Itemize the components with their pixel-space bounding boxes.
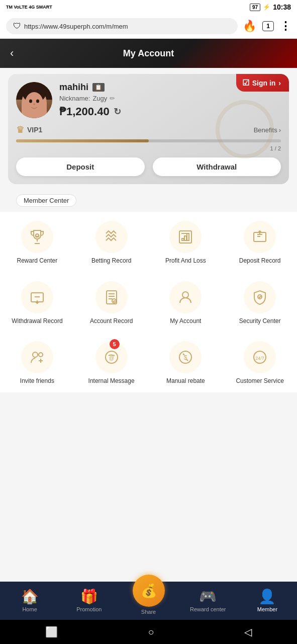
- battery-label: 97: [250, 4, 260, 11]
- nav-home-label: Home: [22, 606, 37, 612]
- menu-item-profit-loss[interactable]: Profit And Loss: [149, 212, 223, 272]
- invite-friends-icon: [21, 341, 53, 373]
- sign-in-button[interactable]: ☑ Sign in ›: [236, 74, 289, 92]
- menu-item-my-account[interactable]: My Account: [149, 272, 223, 333]
- benefits-link[interactable]: Benefits ›: [254, 126, 281, 134]
- nickname-label: Nickname:: [59, 95, 90, 102]
- member-nav-icon: 👤: [258, 588, 276, 605]
- profile-card: ☑ Sign in ›: [8, 74, 289, 184]
- progress-label: 1 / 2: [16, 145, 281, 151]
- svg-point-4: [33, 104, 35, 105]
- section-label-container: Member Center: [8, 190, 289, 209]
- svg-rect-10: [107, 291, 117, 304]
- withdrawal-button[interactable]: Withdrawal: [153, 157, 281, 176]
- internal-message-label: Internal Message: [88, 377, 135, 385]
- menu-item-security-center[interactable]: Security Center: [223, 272, 297, 333]
- username: mahihi: [59, 82, 88, 93]
- shield-icon: 🛡: [13, 22, 21, 31]
- tab-count-badge[interactable]: 1: [262, 21, 274, 31]
- sign-in-label: Sign in: [252, 79, 276, 87]
- withdrawal-record-icon: [21, 281, 53, 313]
- share-circle: 💰: [133, 575, 165, 607]
- customer-service-label: Customer Service: [236, 377, 283, 385]
- sign-in-icon: ☑: [242, 78, 249, 88]
- menu-item-withdrawal-record[interactable]: Withdrawal Record: [0, 272, 74, 333]
- nav-member-label: Member: [257, 606, 277, 612]
- svg-text:24/7: 24/7: [255, 356, 264, 361]
- url-bar[interactable]: 🛡 https://www.49superph.com/m/mem: [6, 18, 238, 34]
- my-account-label: My Account: [170, 317, 201, 326]
- security-center-icon: [244, 281, 276, 313]
- security-center-label: Security Center: [239, 317, 281, 326]
- menu-grid: Reward Center Betting Record Profit And …: [0, 212, 297, 392]
- promotion-icon: 🎁: [80, 588, 98, 605]
- deposit-button[interactable]: Deposit: [16, 157, 145, 176]
- account-record-icon: [95, 281, 128, 313]
- svg-point-1: [25, 92, 43, 114]
- account-record-label: Account Record: [90, 317, 133, 326]
- reward-center-icon: [21, 221, 53, 253]
- charging-icon: ⚡: [263, 4, 270, 11]
- android-nav: ⬜ ○ ◁: [0, 620, 297, 644]
- vip-level: VIP1: [27, 126, 42, 134]
- back-button[interactable]: ‹: [10, 47, 14, 60]
- svg-rect-6: [179, 231, 191, 243]
- more-icon[interactable]: ⋮: [280, 20, 291, 33]
- reward-nav-icon: 🎮: [199, 588, 217, 605]
- reward-center-label: Reward Center: [17, 257, 58, 265]
- menu-item-betting-record[interactable]: Betting Record: [74, 212, 149, 272]
- profit-loss-icon: [169, 221, 202, 253]
- time-label: 10:38: [273, 3, 291, 11]
- betting-record-icon: [95, 221, 128, 253]
- deposit-record-icon: [244, 221, 276, 253]
- menu-item-deposit-record[interactable]: Deposit Record: [223, 212, 297, 272]
- progress-bar: [16, 139, 281, 142]
- share-icon: 💰: [141, 583, 157, 599]
- nav-promotion[interactable]: 🎁 Promotion: [59, 588, 119, 612]
- menu-item-customer-service[interactable]: 24/7 Customer Service: [223, 332, 297, 392]
- menu-item-invite-friends[interactable]: Invite friends: [0, 332, 74, 392]
- benefits-label: Benefits: [254, 126, 277, 134]
- nav-member[interactable]: 👤 Member: [238, 588, 297, 612]
- page-title: My Account: [123, 48, 174, 59]
- svg-point-15: [39, 353, 43, 357]
- withdrawal-record-label: Withdrawal Record: [12, 317, 62, 326]
- browser-actions: 🔥 1 ⋮: [243, 20, 291, 33]
- nav-home[interactable]: 🏠 Home: [0, 588, 59, 612]
- nav-reward-label: Reward center: [190, 606, 226, 612]
- vip-section: ♛ VIP1 Benefits ›: [16, 124, 281, 135]
- copy-icon[interactable]: 📋: [92, 83, 105, 92]
- deposit-record-label: Deposit Record: [239, 257, 281, 265]
- profit-loss-label: Profit And Loss: [165, 257, 206, 265]
- browser-bar: 🛡 https://www.49superph.com/m/mem 🔥 1 ⋮: [0, 14, 297, 39]
- betting-record-label: Betting Record: [91, 257, 131, 265]
- nav-promotion-label: Promotion: [76, 606, 102, 612]
- invite-friends-label: Invite friends: [20, 377, 54, 385]
- nav-reward[interactable]: 🎮 Reward center: [178, 588, 238, 612]
- android-back-btn[interactable]: ◁: [244, 626, 252, 638]
- svg-text:@: @: [109, 355, 114, 361]
- url-text: https://www.49superph.com/m/mem: [24, 23, 128, 30]
- sign-in-arrow: ›: [278, 79, 281, 87]
- edit-icon[interactable]: ✏: [110, 95, 115, 102]
- svg-point-12: [182, 292, 188, 298]
- menu-item-reward-center[interactable]: Reward Center: [0, 212, 74, 272]
- section-label: Member Center: [16, 194, 76, 207]
- nav-share[interactable]: 💰 Share: [119, 575, 178, 615]
- refresh-icon[interactable]: ↻: [114, 106, 121, 117]
- manual-rebate-label: Manual rebate: [166, 377, 205, 385]
- menu-item-manual-rebate[interactable]: $ Manual rebate: [149, 332, 223, 392]
- svg-point-3: [36, 100, 39, 103]
- svg-point-2: [29, 100, 32, 103]
- nav-share-label: Share: [141, 609, 156, 615]
- my-account-icon: [169, 281, 202, 313]
- status-bar: TM VoLTE 4G SMART 97 ⚡ 10:38: [0, 0, 297, 14]
- crown-icon: ♛: [16, 124, 24, 135]
- android-square-btn[interactable]: ⬜: [45, 626, 58, 638]
- fire-icon[interactable]: 🔥: [243, 20, 256, 33]
- carrier-info: TM VoLTE 4G SMART: [6, 4, 52, 11]
- android-home-btn[interactable]: ○: [148, 626, 154, 638]
- avatar: [16, 82, 52, 118]
- menu-item-internal-message[interactable]: @ Internal Message5: [74, 332, 149, 392]
- menu-item-account-record[interactable]: Account Record: [74, 272, 149, 333]
